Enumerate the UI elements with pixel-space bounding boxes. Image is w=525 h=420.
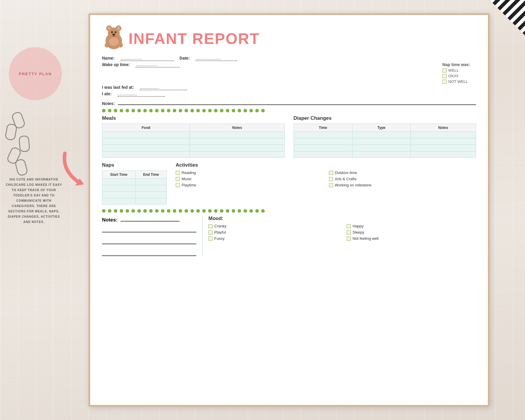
- arts-checkbox[interactable]: [329, 177, 333, 181]
- notwell-mood-label: Not feeling well: [353, 236, 378, 241]
- dot: [226, 109, 229, 112]
- well-checkbox[interactable]: [442, 68, 447, 73]
- table-row: [102, 138, 285, 145]
- meals-table: Food Notes: [102, 124, 285, 158]
- table-row: [294, 138, 476, 145]
- dot: [167, 109, 170, 112]
- dot: [190, 109, 194, 112]
- dot: [202, 109, 206, 112]
- playtime-checkbox[interactable]: [176, 183, 180, 187]
- note-line: [102, 226, 196, 232]
- diaper-type: [353, 151, 411, 158]
- naps-col-end: End Time: [135, 171, 167, 179]
- dot: [155, 109, 159, 112]
- table-row: [294, 151, 476, 158]
- meals-diaper-section: Meals Food Notes Diaper Changes: [102, 115, 476, 158]
- okay-checkbox[interactable]: [442, 74, 447, 78]
- notes-lines: [102, 226, 196, 256]
- top-notes-row: Notes:: [102, 99, 476, 106]
- mood-fussy: Fussy: [208, 236, 338, 241]
- dot: [120, 109, 123, 112]
- bottom-section: Notes: Mood: Cranky Happy: [102, 216, 476, 256]
- sleepy-checkbox[interactable]: [347, 230, 351, 234]
- reading-checkbox[interactable]: [176, 171, 180, 175]
- reading-label: Reading: [182, 170, 196, 175]
- bear-icon: [102, 24, 126, 53]
- dot: [149, 209, 153, 213]
- document: INFANT REPORT Name: ................... …: [88, 13, 490, 407]
- mood-cranky: Cranky: [208, 224, 338, 228]
- report-title: INFANT REPORT: [129, 30, 260, 47]
- diaper-time: [294, 138, 353, 145]
- dot: [167, 209, 170, 213]
- fussy-checkbox[interactable]: [208, 237, 213, 241]
- nap-start: [102, 179, 136, 185]
- table-row: [294, 145, 476, 151]
- nap-time-label: Nap time was:: [442, 62, 470, 67]
- well-option: WELL: [442, 68, 470, 73]
- music-checkbox[interactable]: [176, 177, 180, 181]
- notwell-option: NOT WELL: [442, 79, 470, 84]
- dot: [255, 109, 259, 112]
- nap-end: [135, 179, 167, 185]
- meals-food: [102, 132, 190, 138]
- milestone-checkbox[interactable]: [329, 183, 333, 187]
- table-row: [294, 132, 476, 138]
- mood-playful: Playful: [208, 230, 338, 234]
- dot: [196, 109, 200, 112]
- diaper-type: [353, 132, 411, 138]
- dot: [137, 209, 141, 213]
- svg-point-7: [111, 31, 113, 33]
- last-fed-row: I was last fed at: .................: [102, 85, 476, 90]
- dot: [173, 109, 176, 112]
- activities-section: Activities Reading Outdoor time Music Ar…: [176, 162, 476, 205]
- meals-col-food: Food: [102, 124, 190, 132]
- diaper-note: [410, 132, 476, 138]
- happy-checkbox[interactable]: [347, 224, 351, 228]
- diaper-time: [294, 151, 353, 158]
- dot: [185, 209, 188, 213]
- meals-section: Meals Food Notes: [102, 115, 285, 158]
- cranky-checkbox[interactable]: [208, 224, 213, 228]
- clip-2: [4, 123, 17, 141]
- dot: [249, 109, 253, 112]
- dot: [202, 209, 206, 213]
- arts-label: Arts & Crafts: [335, 177, 357, 181]
- top-dots-divider: [102, 109, 476, 112]
- svg-point-10: [109, 37, 119, 46]
- well-label: WELL: [448, 68, 459, 73]
- dot: [214, 109, 218, 112]
- meals-note: [190, 145, 284, 151]
- dot: [143, 109, 147, 112]
- milestone-label: Working on milestone: [335, 183, 372, 187]
- dot: [232, 209, 235, 213]
- ate-label: I ate:: [102, 91, 112, 96]
- notes-section: Notes:: [102, 216, 196, 256]
- mood-not-well: Not feeling well: [347, 236, 476, 241]
- activity-outdoor: Outdoor time: [329, 170, 476, 175]
- playful-checkbox[interactable]: [208, 230, 213, 234]
- fussy-label: Fussy: [214, 236, 225, 241]
- notwell-mood-checkbox[interactable]: [347, 237, 351, 241]
- bottom-dots-divider: [102, 209, 476, 213]
- outdoor-checkbox[interactable]: [329, 171, 333, 175]
- table-row: [102, 145, 285, 151]
- diaper-type: [353, 145, 411, 151]
- diaper-note: [410, 138, 476, 145]
- meals-col-notes: Notes: [190, 124, 284, 132]
- dot: [114, 209, 117, 213]
- notwell-checkbox[interactable]: [442, 80, 447, 84]
- dot: [161, 109, 164, 112]
- meals-food: [102, 145, 190, 151]
- dot: [238, 109, 241, 112]
- dot: [114, 109, 117, 112]
- dot: [196, 209, 200, 213]
- table-row: [102, 192, 167, 198]
- dot: [173, 209, 176, 213]
- mood-title: Mood:: [208, 216, 476, 222]
- note-line: [102, 238, 196, 244]
- dot: [131, 109, 135, 112]
- dot: [190, 209, 194, 213]
- wakeup-label: Wake up time:: [102, 62, 130, 68]
- top-notes-line: [118, 99, 476, 105]
